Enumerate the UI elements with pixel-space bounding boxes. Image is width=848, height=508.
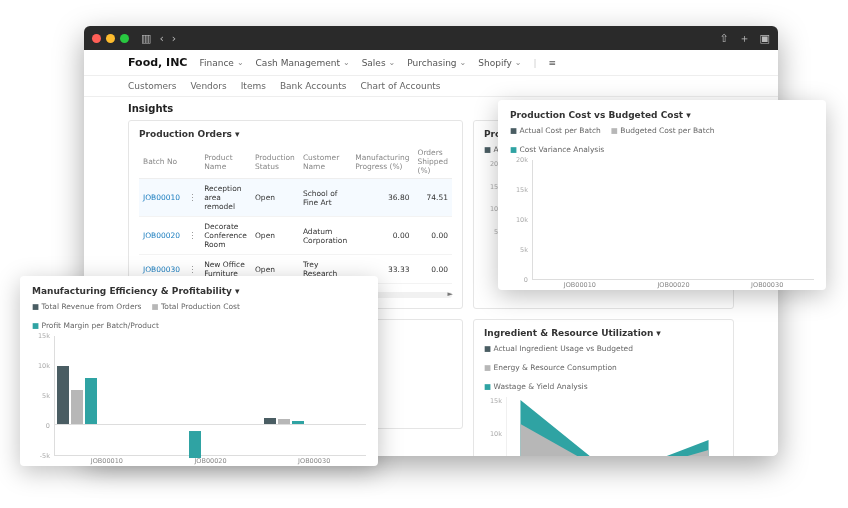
nav-separator: | xyxy=(533,58,536,68)
subnav-items[interactable]: Items xyxy=(241,81,266,91)
nav-shopify[interactable]: Shopify xyxy=(478,58,521,68)
card-utilization: Ingredient & Resource Utilization ▾ Actu… xyxy=(473,319,734,456)
add-tab-icon[interactable]: ＋ xyxy=(739,31,750,46)
col-product: Product Name xyxy=(200,145,251,179)
cell-shipped: 74.51 xyxy=(413,179,452,217)
col-batch: Batch No xyxy=(139,145,184,179)
cell-progress: 36.80 xyxy=(351,179,413,217)
subnav-bank[interactable]: Bank Accounts xyxy=(280,81,347,91)
back-icon[interactable]: ‹ xyxy=(159,32,163,45)
sidebar-toggle-icon[interactable]: ▥ xyxy=(141,32,151,45)
titlebar: ▥ ‹ › ⇧ ＋ ▣ xyxy=(84,26,778,50)
legend-revenue: Total Revenue from Orders xyxy=(32,302,142,311)
table-row[interactable]: JOB00010⋮Reception area remodelOpenSchoo… xyxy=(139,179,452,217)
float-card-efficiency: Manufacturing Efficiency & Profitability… xyxy=(20,276,378,466)
minimize-icon[interactable] xyxy=(106,34,115,43)
forward-icon[interactable]: › xyxy=(172,32,176,45)
subnav-customers[interactable]: Customers xyxy=(128,81,176,91)
chevron-down-icon: ▾ xyxy=(235,129,240,139)
nav-cash[interactable]: Cash Management xyxy=(256,58,350,68)
card-title[interactable]: Manufacturing Efficiency & Profitability… xyxy=(32,286,366,296)
cell-shipped: 0.00 xyxy=(413,217,452,255)
legend-c: Wastage & Yield Analysis xyxy=(484,382,588,391)
legend-actual: Actual Cost per Batch xyxy=(510,126,601,135)
col-status: Production Status xyxy=(251,145,299,179)
card-title[interactable]: Production Orders ▾ xyxy=(139,129,452,139)
cell-customer: Adatum Corporation xyxy=(299,217,351,255)
orders-table: Batch No Product Name Production Status … xyxy=(139,145,452,284)
brand[interactable]: Food, INC xyxy=(128,56,187,69)
cell-batch[interactable]: JOB00010 xyxy=(139,179,184,217)
legend-prodcost: Total Production Cost xyxy=(152,302,240,311)
chevron-down-icon: ▾ xyxy=(686,110,691,120)
card-title-text: Production Orders xyxy=(139,129,232,139)
chart-cost: JOB00010JOB00020JOB00030 05k10k15k20k xyxy=(510,160,814,280)
cell-status: Open xyxy=(251,179,299,217)
chevron-down-icon: ▾ xyxy=(656,328,661,338)
subnav-vendors[interactable]: Vendors xyxy=(190,81,226,91)
col-customer: Customer Name xyxy=(299,145,351,179)
traffic-lights xyxy=(92,34,129,43)
cell-customer: School of Fine Art xyxy=(299,179,351,217)
col-progress: Manufacturing Progress (%) xyxy=(351,145,413,179)
card-title[interactable]: Production Cost vs Budgeted Cost ▾ xyxy=(510,110,814,120)
cell-progress: 0.00 xyxy=(351,217,413,255)
cell-shipped: 0.00 xyxy=(413,255,452,284)
scroll-right-icon[interactable]: ► xyxy=(448,290,453,298)
chevron-down-icon: ▾ xyxy=(235,286,240,296)
row-menu-icon[interactable]: ⋮ xyxy=(184,217,200,255)
cell-status: Open xyxy=(251,217,299,255)
close-icon[interactable] xyxy=(92,34,101,43)
nav-sales[interactable]: Sales xyxy=(362,58,396,68)
legend-a: Actual Ingredient Usage vs Budgeted xyxy=(484,344,633,353)
sub-nav: Customers Vendors Items Bank Accounts Ch… xyxy=(84,76,778,97)
cell-product: Decorate Conference Room xyxy=(200,217,251,255)
float-card-cost: Production Cost vs Budgeted Cost ▾ Actua… xyxy=(498,100,826,290)
nav-purchasing[interactable]: Purchasing xyxy=(407,58,466,68)
legend-b: Energy & Resource Consumption xyxy=(484,363,617,372)
row-menu-icon[interactable]: ⋮ xyxy=(184,179,200,217)
col-shipped: Orders Shipped (%) xyxy=(413,145,452,179)
legend-variance: Cost Variance Analysis xyxy=(510,145,604,154)
nav-finance[interactable]: Finance xyxy=(199,58,243,68)
top-nav: Food, INC Finance Cash Management Sales … xyxy=(84,50,778,76)
tabs-icon[interactable]: ▣ xyxy=(760,31,770,46)
legend-margin: Profit Margin per Batch/Product xyxy=(32,321,159,330)
chart-utilization: 15k10k5k0 JOB00010 JOB00020 JOB00030 xyxy=(484,397,723,456)
cell-product: Reception area remodel xyxy=(200,179,251,217)
legend-budgeted: Budgeted Cost per Batch xyxy=(611,126,715,135)
nav-more-icon[interactable]: ≡ xyxy=(548,58,556,68)
maximize-icon[interactable] xyxy=(120,34,129,43)
cell-batch[interactable]: JOB00020 xyxy=(139,217,184,255)
card-title[interactable]: Ingredient & Resource Utilization ▾ xyxy=(484,328,723,338)
chart-efficiency: JOB00010JOB00020JOB00030 -5k05k10k15k xyxy=(32,336,366,456)
subnav-coa[interactable]: Chart of Accounts xyxy=(360,81,440,91)
share-icon[interactable]: ⇧ xyxy=(719,31,728,46)
table-row[interactable]: JOB00020⋮Decorate Conference RoomOpenAda… xyxy=(139,217,452,255)
